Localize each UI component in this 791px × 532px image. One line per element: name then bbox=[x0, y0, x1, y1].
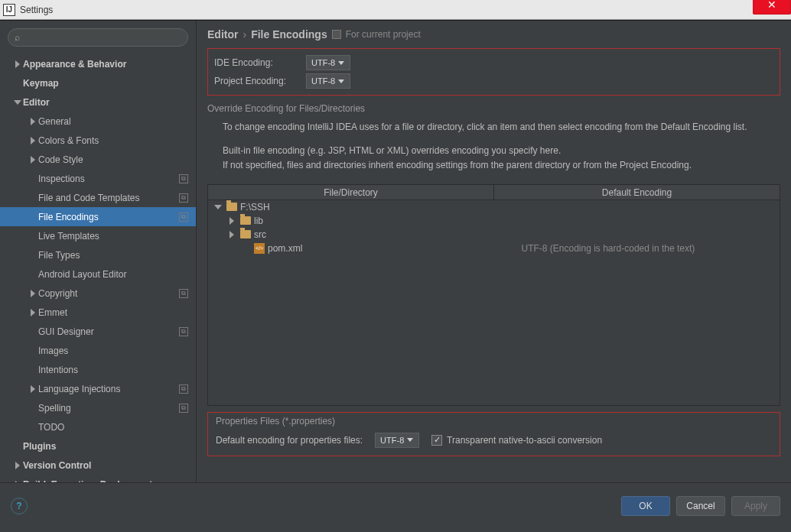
spacer bbox=[28, 345, 38, 356]
folder-icon bbox=[240, 216, 251, 225]
tree-item[interactable]: Live Templates bbox=[0, 226, 196, 245]
table-row[interactable]: </>pom.xmlUTF-8 (Encoding is hard-coded … bbox=[208, 242, 780, 255]
tree-item[interactable]: Code Style bbox=[0, 150, 196, 169]
tree-label: File and Code Templates bbox=[38, 193, 179, 203]
tree-item[interactable]: Emmet bbox=[0, 303, 196, 322]
spacer bbox=[28, 403, 38, 414]
ide-encoding-dropdown[interactable]: UTF-8 bbox=[306, 55, 350, 70]
tree-item[interactable]: Inspections⧉ bbox=[0, 169, 196, 188]
col-encoding[interactable]: Default Encoding bbox=[494, 185, 780, 200]
encoding-highlight-box: IDE Encoding: UTF-8 Project Encoding: UT… bbox=[207, 48, 780, 96]
tree-item[interactable]: General bbox=[0, 112, 196, 131]
col-file[interactable]: File/Directory bbox=[208, 185, 494, 200]
tree-label: Code Style bbox=[38, 154, 188, 165]
tree-item[interactable]: File Types bbox=[0, 245, 196, 264]
breadcrumb-root[interactable]: Editor bbox=[207, 28, 238, 41]
tree-item[interactable]: Images bbox=[0, 341, 196, 360]
spacer bbox=[28, 269, 38, 280]
spacer bbox=[28, 422, 38, 433]
file-name: lib bbox=[254, 216, 263, 226]
encoding-cell: UTF-8 (Encoding is hard-coded in the tex… bbox=[499, 243, 780, 254]
table-row[interactable]: F:\SSH bbox=[208, 200, 780, 214]
tree-item[interactable]: Language Injections⧉ bbox=[0, 379, 196, 398]
tree-label: File Types bbox=[38, 250, 188, 261]
tree-item[interactable]: Build, Execution, Deployment bbox=[0, 475, 196, 482]
chevron-right-icon bbox=[226, 229, 237, 240]
override-section-title: Override Encoding for Files/Directories bbox=[207, 103, 780, 114]
spacer bbox=[28, 174, 38, 184]
help-button[interactable]: ? bbox=[11, 498, 28, 514]
apply-button[interactable]: Apply bbox=[731, 496, 780, 516]
close-button[interactable]: ✕ bbox=[753, 0, 791, 15]
project-scope-icon: ⧉ bbox=[179, 289, 188, 298]
chevron-right-icon: › bbox=[243, 28, 246, 41]
chevron-down-icon bbox=[407, 438, 413, 442]
cancel-button[interactable]: Cancel bbox=[676, 496, 725, 516]
tree-label: Appearance & Behavior bbox=[23, 59, 188, 70]
chevron-right-icon bbox=[226, 216, 237, 226]
tree-label: Keymap bbox=[23, 78, 188, 89]
spacer bbox=[28, 326, 38, 337]
table-row[interactable]: src bbox=[208, 228, 780, 242]
tree-label: Images bbox=[38, 345, 188, 356]
tree-label: Build, Execution, Deployment bbox=[23, 479, 188, 483]
spacer bbox=[28, 193, 38, 203]
properties-encoding-dropdown[interactable]: UTF-8 bbox=[375, 433, 419, 448]
breadcrumb: Editor › File Encodings For current proj… bbox=[207, 28, 780, 41]
properties-highlight-box: Properties Files (*.properties) Default … bbox=[207, 412, 780, 456]
chevron-right-icon bbox=[12, 479, 23, 483]
tree-label: Spelling bbox=[38, 403, 179, 414]
tree-label: File Encodings bbox=[38, 212, 179, 222]
sidebar: ⌕ Appearance & BehaviorKeymapEditorGener… bbox=[0, 21, 197, 482]
tree-item[interactable]: File Encodings⧉ bbox=[0, 207, 196, 226]
ok-button[interactable]: OK bbox=[621, 496, 670, 516]
tree-label: Colors & Fonts bbox=[38, 135, 188, 146]
chevron-right-icon bbox=[28, 135, 38, 146]
tree-item[interactable]: Android Layout Editor bbox=[0, 264, 196, 284]
tree-item[interactable]: Plugins bbox=[0, 436, 196, 456]
chevron-right-icon bbox=[12, 59, 23, 70]
tree-label: Version Control bbox=[23, 460, 188, 471]
tree-item[interactable]: TODO bbox=[0, 417, 196, 436]
native-to-ascii-label[interactable]: Transparent native-to-ascii conversion bbox=[447, 435, 602, 446]
chevron-right-icon bbox=[28, 307, 38, 318]
tree-label: Android Layout Editor bbox=[38, 269, 188, 280]
titlebar: IJ Settings ✕ bbox=[0, 0, 791, 20]
file-name: pom.xml bbox=[268, 243, 302, 254]
project-scope-icon: ⧉ bbox=[179, 384, 188, 394]
search-icon: ⌕ bbox=[15, 32, 20, 43]
spacer bbox=[28, 365, 38, 375]
project-scope-icon: ⧉ bbox=[179, 404, 188, 413]
tree-item[interactable]: Copyright⧉ bbox=[0, 284, 196, 303]
chevron-right-icon bbox=[12, 460, 23, 471]
override-help-2: Built-in file encoding (e.g. JSP, HTML o… bbox=[223, 144, 780, 173]
search-input[interactable]: ⌕ bbox=[8, 28, 188, 47]
project-scope-icon bbox=[332, 30, 341, 39]
tree-item[interactable]: Editor bbox=[0, 92, 196, 112]
spacer bbox=[28, 250, 38, 261]
spacer bbox=[240, 243, 251, 254]
table-row[interactable]: lib bbox=[208, 214, 780, 228]
tree-label: Editor bbox=[23, 97, 188, 108]
chevron-right-icon bbox=[28, 116, 38, 127]
native-to-ascii-checkbox[interactable]: ✓ bbox=[431, 435, 442, 446]
spacer bbox=[28, 212, 38, 222]
properties-encoding-label: Default encoding for properties files: bbox=[216, 435, 363, 446]
tree-item[interactable]: File and Code Templates⧉ bbox=[0, 188, 196, 207]
app-icon: IJ bbox=[3, 4, 15, 16]
tree-item[interactable]: Intentions bbox=[0, 360, 196, 379]
tree-item[interactable]: Keymap bbox=[0, 73, 196, 92]
chevron-down-icon bbox=[12, 97, 23, 108]
project-encoding-dropdown[interactable]: UTF-8 bbox=[306, 73, 350, 89]
project-encoding-label: Project Encoding: bbox=[214, 76, 298, 86]
tree-label: Language Injections bbox=[38, 384, 179, 394]
tree-item[interactable]: Spelling⧉ bbox=[0, 398, 196, 417]
window-title: Settings bbox=[20, 5, 53, 15]
tree-item[interactable]: Colors & Fonts bbox=[0, 131, 196, 150]
tree-label: Copyright bbox=[38, 288, 179, 299]
ide-encoding-label: IDE Encoding: bbox=[214, 57, 298, 68]
tree-item[interactable]: Appearance & Behavior bbox=[0, 54, 196, 73]
folder-icon bbox=[226, 203, 237, 211]
tree-item[interactable]: Version Control bbox=[0, 456, 196, 475]
tree-item[interactable]: GUI Designer⧉ bbox=[0, 322, 196, 341]
